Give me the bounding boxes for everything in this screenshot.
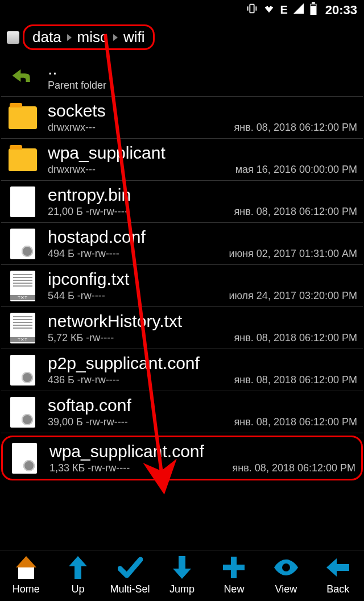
config-file-icon (12, 443, 37, 474)
multisel-label: Multi-Sel (110, 583, 150, 595)
file-name: wpa_supplicant.conf (49, 442, 355, 461)
file-name: networkHistory.txt (48, 312, 357, 331)
parent-folder-row[interactable]: .. Parent folder (1, 55, 363, 97)
file-row[interactable]: socketsdrwxrwx---янв. 08, 2018 06:12:00 … (1, 97, 363, 139)
file-row[interactable]: wpa_supplicantdrwxrwx---мая 16, 2016 00:… (1, 139, 363, 181)
file-perms: 494 Б -rw-rw---- (48, 248, 119, 260)
file-perms: 1,33 КБ -rw-rw---- (49, 462, 130, 474)
file-date: июня 02, 2017 01:31:00 AM (229, 248, 357, 260)
crumb-data[interactable]: data (32, 28, 61, 46)
file-row[interactable]: softap.conf39,00 Б -rw-rw----янв. 08, 20… (1, 391, 363, 433)
file-icon (10, 186, 35, 217)
chevron-icon (67, 34, 72, 41)
check-icon (117, 554, 144, 581)
file-perms: 5,72 КБ -rw---- (48, 332, 114, 344)
file-row[interactable]: hostapd.conf494 Б -rw-rw----июня 02, 201… (1, 223, 363, 265)
svg-rect-0 (250, 5, 254, 13)
folder-icon (9, 148, 37, 171)
file-perms: 39,00 Б -rw-rw---- (48, 416, 128, 428)
file-row[interactable]: networkHistory.txt5,72 КБ -rw----янв. 08… (1, 307, 363, 349)
file-name: hostapd.conf (48, 227, 357, 247)
new-button[interactable]: New (211, 554, 257, 595)
file-date: янв. 08, 2018 06:12:00 PM (234, 416, 357, 428)
file-date: янв. 08, 2018 06:12:00 PM (234, 374, 357, 386)
crumb-wifi[interactable]: wifi (123, 28, 145, 46)
file-date: июля 24, 2017 03:20:00 PM (229, 290, 357, 302)
multisel-button[interactable]: Multi-Sel (107, 554, 153, 595)
file-row[interactable]: wpa_supplicant.conf1,33 КБ -rw-rw----янв… (1, 436, 363, 480)
bottom-toolbar: Home Up Multi-Sel Jump New View Back (0, 550, 364, 601)
breadcrumb-path: data misc wifi (23, 24, 155, 50)
file-row[interactable]: entropy.bin21,00 Б -rw-rw----янв. 08, 20… (1, 181, 363, 223)
jump-label: Jump (169, 583, 195, 595)
crumb-misc[interactable]: misc (77, 28, 107, 46)
file-perms: drwxrwx--- (48, 164, 96, 176)
file-name: sockets (48, 101, 357, 121)
config-file-icon (10, 355, 35, 386)
file-perms: 436 Б -rw-rw---- (48, 374, 119, 386)
svg-rect-5 (312, 2, 315, 4)
file-date: янв. 08, 2018 06:12:00 PM (234, 206, 357, 218)
signal-icon (292, 2, 305, 18)
file-date: мая 16, 2016 00:00:00 PM (235, 164, 357, 176)
file-name: entropy.bin (48, 185, 357, 205)
wifi-icon (263, 2, 275, 18)
clock: 20:33 (325, 3, 357, 18)
file-date: янв. 08, 2018 06:12:00 PM (234, 122, 357, 134)
file-date: янв. 08, 2018 06:12:00 PM (234, 332, 357, 344)
txt-file-icon (10, 313, 35, 343)
battery-icon (309, 2, 317, 18)
txt-file-icon (10, 271, 35, 301)
plus-icon (220, 554, 247, 581)
back-label: Back (326, 583, 349, 595)
status-bar: E 20:33 (0, 0, 364, 20)
up-label: Up (72, 583, 85, 595)
file-perms: drwxrwx--- (48, 122, 96, 134)
svg-rect-6 (311, 5, 316, 6)
file-name: ipconfig.txt (48, 270, 357, 289)
new-label: New (224, 583, 244, 595)
chevron-icon (113, 34, 118, 41)
parent-dots: .. (48, 59, 357, 78)
vibrate-icon (246, 2, 258, 18)
storage-icon[interactable] (7, 31, 19, 44)
breadcrumb: data misc wifi (0, 20, 364, 55)
file-date: янв. 08, 2018 06:12:00 PM (233, 462, 355, 474)
up-icon (64, 554, 92, 581)
home-button[interactable]: Home (3, 554, 49, 595)
file-row[interactable]: ipconfig.txt544 Б -rw----июля 24, 2017 0… (1, 265, 363, 307)
back-icon (324, 554, 351, 581)
view-label: View (275, 583, 297, 595)
home-label: Home (13, 583, 40, 595)
config-file-icon (10, 397, 35, 428)
svg-point-8 (282, 563, 290, 571)
config-file-icon (10, 229, 35, 259)
folder-icon (9, 106, 37, 129)
home-icon (15, 556, 38, 579)
file-row[interactable]: p2p_supplicant.conf436 Б -rw-rw----янв. … (1, 349, 363, 391)
view-button[interactable]: View (263, 554, 309, 595)
file-perms: 21,00 Б -rw-rw---- (48, 206, 128, 218)
file-list: .. Parent folder socketsdrwxrwx---янв. 0… (0, 55, 364, 480)
network-type: E (280, 3, 287, 16)
eye-icon (272, 554, 300, 581)
file-name: wpa_supplicant (48, 143, 357, 163)
file-name: p2p_supplicant.conf (48, 354, 357, 373)
up-arrow-icon (10, 63, 35, 88)
up-button[interactable]: Up (55, 554, 101, 595)
back-button[interactable]: Back (315, 554, 361, 595)
jump-icon (168, 554, 196, 581)
jump-button[interactable]: Jump (159, 554, 205, 595)
file-name: softap.conf (48, 396, 357, 415)
parent-label: Parent folder (48, 80, 357, 92)
file-perms: 544 Б -rw---- (48, 290, 105, 302)
svg-point-3 (268, 6, 271, 8)
